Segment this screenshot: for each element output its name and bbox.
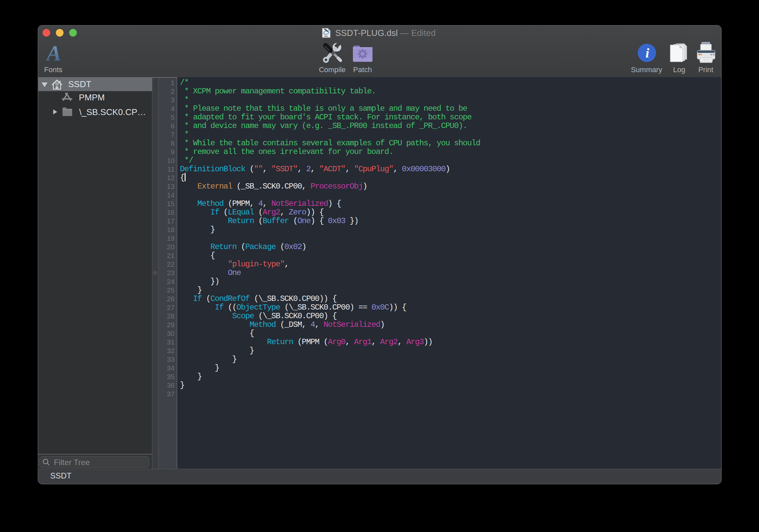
svg-text:DSL: DSL xyxy=(324,35,328,37)
svg-text:i: i xyxy=(646,46,650,61)
